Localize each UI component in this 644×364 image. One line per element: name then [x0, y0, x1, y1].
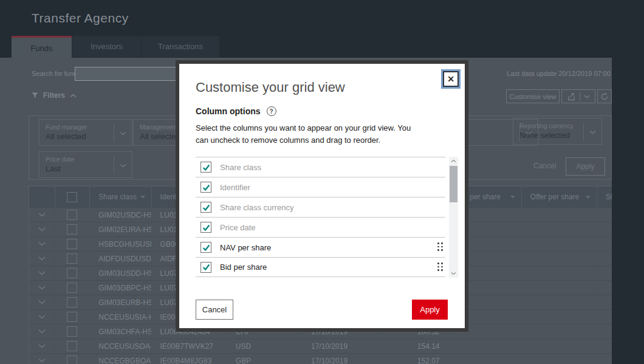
divider [580, 92, 580, 101]
drag-handle-icon[interactable] [437, 242, 443, 251]
cell-price-date: 17/10/2019 [303, 339, 378, 353]
filters-toggle[interactable]: Filters [32, 89, 77, 101]
select-all-checkbox[interactable] [67, 192, 77, 202]
chevron-down-icon [584, 95, 590, 98]
row-checkbox[interactable] [67, 253, 77, 264]
cell-share-class: NCCEUSUSIA-HSSI [90, 310, 151, 324]
row-checkbox[interactable] [67, 210, 77, 220]
chevron-up-icon [70, 94, 77, 98]
cell-share-class: GIM03CHFA-HSSL [90, 325, 151, 338]
scroll-down-icon[interactable] [449, 269, 458, 278]
price-date-dropdown[interactable]: Price date Last [39, 151, 132, 178]
refresh-button[interactable] [597, 89, 612, 103]
row-expand-chevron-icon[interactable] [38, 213, 46, 217]
main-tabbar: Funds Investors Transactions [0, 36, 644, 58]
column-checkbox[interactable] [200, 162, 211, 173]
chevron-down-icon [120, 163, 126, 168]
chevron-down-icon [589, 130, 596, 134]
last-update-text: Last data update 20/12/2019 07:00 [507, 70, 611, 77]
refresh-icon [600, 92, 609, 101]
search-label: Search for funds [32, 70, 81, 77]
cell-share-class: HSBCGHUSUSD-HSSI [90, 237, 151, 251]
cell-currency: USD [227, 339, 303, 353]
filters-label: Filters [43, 91, 65, 100]
export-button[interactable] [561, 89, 595, 103]
column-option-row: NAV per share [196, 237, 445, 257]
filter-funnel-icon [32, 92, 38, 98]
column-checkbox[interactable] [200, 242, 211, 253]
row-expand-chevron-icon[interactable] [38, 256, 46, 261]
table-row: NCCEUSUSOA-HSSI IE00B7TWVK27 USD 17/10/2… [29, 338, 612, 353]
cell-price-date: 17/10/2019 [303, 354, 378, 364]
cell-share-class: AIDFDUSDUSD-HTSG [90, 252, 151, 266]
tab-investors[interactable]: Investors [72, 36, 141, 57]
reporting-currency-dropdown[interactable]: Reporting currency None selected [513, 118, 602, 145]
cell-share-class: GIM03EURB-HSSL [90, 295, 151, 309]
column-option-label: Share class [220, 163, 261, 172]
row-expand-chevron-icon[interactable] [38, 329, 46, 334]
row-checkbox[interactable] [67, 312, 77, 322]
cell-identifier: IE00B7TWVK27 [152, 339, 227, 353]
column-checkbox[interactable] [200, 182, 211, 193]
column-option-row: Bid per share [196, 257, 445, 277]
scrollbar-thumb[interactable] [450, 166, 457, 202]
modal-description: Select the columns you want to appear on… [196, 122, 419, 146]
row-expand-chevron-icon[interactable] [38, 359, 46, 363]
column-checkbox[interactable] [200, 262, 211, 273]
customise-view-button[interactable]: Customise view [506, 89, 560, 103]
row-expand-chevron-icon[interactable] [38, 242, 46, 246]
close-icon[interactable]: ✕ [443, 71, 459, 87]
cell-share-class: GIM02USDC-HSSL [90, 208, 151, 222]
row-checkbox[interactable] [67, 239, 77, 249]
row-expand-chevron-icon[interactable] [38, 271, 46, 275]
tab-funds[interactable]: Funds [12, 36, 72, 58]
export-icon [567, 92, 576, 101]
sort-icon [586, 196, 591, 199]
row-expand-chevron-icon[interactable] [38, 286, 46, 290]
row-checkbox[interactable] [67, 283, 77, 293]
column-header-share-class[interactable]: Share class [90, 187, 151, 207]
column-header-sh[interactable]: Sh [597, 187, 612, 207]
cell-share-class: GIM02EURA-HSSL [90, 222, 151, 236]
row-checkbox[interactable] [67, 297, 77, 307]
row-checkbox[interactable] [67, 341, 77, 351]
cell-share-class: NCCEGBGBOA-HSSI [90, 354, 151, 364]
modal-scrollbar[interactable] [449, 157, 458, 278]
page-title: Transfer Agency [32, 11, 129, 26]
row-expand-chevron-icon[interactable] [38, 315, 46, 319]
modal-cancel-button[interactable]: Cancel [196, 300, 233, 320]
column-header-offer[interactable]: Offer per share [522, 187, 597, 207]
cell-nav: 152.07 [378, 354, 448, 364]
column-checkbox[interactable] [200, 222, 211, 233]
fund-manager-dropdown[interactable]: Fund manager All selected [39, 119, 132, 146]
row-checkbox[interactable] [67, 224, 77, 235]
modal-title: Customise your grid view [196, 80, 345, 95]
row-expand-chevron-icon[interactable] [38, 227, 46, 232]
scroll-up-icon[interactable] [449, 157, 458, 165]
row-expand-chevron-icon[interactable] [38, 300, 46, 304]
row-expand-chevron-icon[interactable] [38, 344, 46, 348]
tab-transactions[interactable]: Transactions [142, 36, 219, 57]
column-option-label: Identifier [220, 183, 250, 192]
modal-apply-button[interactable]: Apply [412, 300, 448, 320]
filter-cancel-button[interactable]: Cancel [533, 162, 556, 170]
drag-handle-icon[interactable] [437, 263, 443, 271]
column-option-row: Share class [196, 157, 445, 177]
column-checkbox[interactable] [200, 202, 211, 213]
column-options-list: Share class Identifier Share class curre… [196, 157, 445, 277]
cell-identifier: IE00B4M8JG83 [152, 354, 227, 364]
help-icon[interactable]: ? [267, 106, 276, 116]
column-option-label: Share class currency [220, 203, 293, 212]
filter-apply-button[interactable]: Apply [566, 157, 605, 176]
row-checkbox[interactable] [67, 268, 77, 278]
row-checkbox[interactable] [67, 355, 77, 364]
cell-share-class: NCCEUSUSOA-HSSI [90, 339, 151, 353]
column-option-label: Bid per share [220, 263, 267, 272]
sort-icon [140, 196, 145, 199]
row-checkbox[interactable] [67, 326, 77, 337]
table-row: NCCEGBGBOA-HSSI IE00B4M8JG83 GBP 17/10/2… [29, 353, 612, 364]
chevron-down-icon [120, 131, 126, 136]
column-option-label: NAV per share [220, 243, 271, 252]
modal-section-title: Column options ? [196, 106, 276, 116]
cell-share-class: GIM03GBPC-HSSL [90, 281, 151, 295]
